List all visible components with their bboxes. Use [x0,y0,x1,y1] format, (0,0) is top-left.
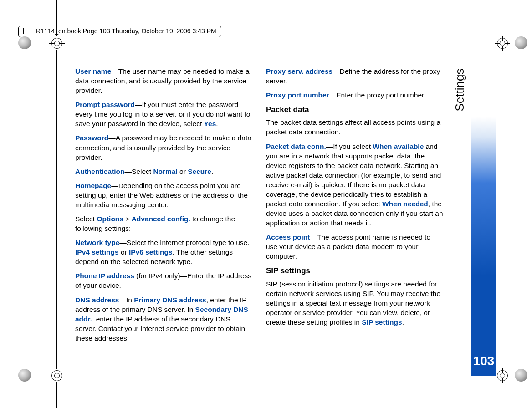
txt: . [216,120,218,128]
lbl-auth: Authentication [75,168,125,175]
lens-icon [515,369,527,382]
txt: —In [119,296,134,304]
para-packet-conn: Packet data conn.—If you select When ava… [266,142,443,228]
registration-mark-icon [50,36,64,50]
para-auth: Authentication—Select Normal or Secure. [75,167,252,176]
txt: . [211,168,213,175]
txt: SIP (session initiation protocol) settin… [266,280,440,326]
crop-line-bottom [0,376,532,376]
lbl-proxy-addr: Proxy serv. address [266,67,332,75]
lbl-password: Password [75,134,108,142]
lbl-secure: Secure [188,168,211,175]
txt: > [123,215,132,223]
lbl-ipv4: IPv4 settings [75,248,119,256]
lens-icon [515,36,527,49]
lbl-normal: Normal [153,168,177,175]
txt: Select [75,215,97,223]
lbl-homepage: Homepage [75,182,111,189]
para-proxy-port: Proxy port number—Enter the proxy port n… [266,90,443,100]
lbl-prompt-password: Prompt password [75,101,135,108]
section-label-wrap: Settings [451,44,469,307]
para-password: Password—A password may be needed to mak… [75,133,252,162]
para-access-point: Access point—The access point name is ne… [266,232,443,261]
lbl-when-needed: When needed [382,200,428,208]
page-number: 103 [471,354,496,368]
side-column: Settings 103 [460,44,496,376]
lbl-phone-ip: Phone IP address [75,272,134,280]
lbl-when-available: When available [373,143,424,150]
txt: and you are in a network that supports p… [266,143,441,208]
file-info-bar: R1114_en.book Page 103 Thursday, October… [18,26,221,37]
lens-icon [18,36,31,49]
txt: or [178,168,188,175]
para-proxy-addr: Proxy serv. address—Define the address f… [266,66,443,86]
right-column: Proxy serv. address—Define the address f… [266,66,443,340]
lbl-options: Options [97,215,123,223]
lbl-ipv6: IPv6 settings [129,248,173,256]
txt: —Enter the proxy port number. [329,91,426,99]
crop-line-left [56,0,57,408]
registration-mark-icon [496,36,509,50]
section-label: Settings [453,69,467,112]
left-column: User name—The user name may be needed to… [75,66,252,340]
para-prompt-password: Prompt password—If you must enter the pa… [75,100,252,128]
file-info-text: R1114_en.book Page 103 Thursday, October… [36,27,216,35]
lbl-packet-conn: Packet data conn. [266,143,326,150]
para-phone-ip: Phone IP address (for IPv4 only)—Enter t… [75,271,252,290]
heading-sip: SIP settings [266,265,443,276]
registration-mark-icon [50,369,64,382]
content-area: User name—The user name may be needed to… [75,66,443,340]
registration-mark-icon [496,369,509,382]
txt: . [402,318,404,326]
txt: —If you select [326,143,373,150]
para-user-name: User name—The user name may be needed to… [75,66,252,95]
lbl-advanced-config: Advanced config. [132,215,190,223]
lbl-access-point: Access point [266,233,310,241]
lbl-primary-dns: Primary DNS address [134,296,206,304]
heading-packet-data: Packet data [266,104,443,115]
lens-icon [18,369,31,382]
lbl-proxy-port: Proxy port number [266,91,329,99]
para-homepage: Homepage—Depending on the access point y… [75,181,252,209]
lbl-yes: Yes [204,120,216,128]
para-network-type: Network type—Select the Internet protoco… [75,238,252,266]
lbl-sip-settings: SIP settings [362,318,402,326]
book-icon [23,28,33,34]
para-select-advanced: Select Options > Advanced config. to cha… [75,214,252,233]
txt: or [119,248,129,256]
crop-line-top [0,43,532,43]
para-packet-intro: The packet data settings affect all acce… [266,117,443,137]
para-dns: DNS address—In Primary DNS address, ente… [75,295,252,343]
para-sip: SIP (session initiation protocol) settin… [266,279,443,327]
lbl-dns: DNS address [75,296,119,304]
txt: —Select the Internet protocol type to us… [119,239,249,246]
txt: , enter the IP address of the secondary … [75,315,245,342]
lbl-network-type: Network type [75,239,119,246]
txt: —Select [125,168,153,175]
lbl-user-name: User name [75,67,111,75]
side-blue-band [471,44,496,376]
